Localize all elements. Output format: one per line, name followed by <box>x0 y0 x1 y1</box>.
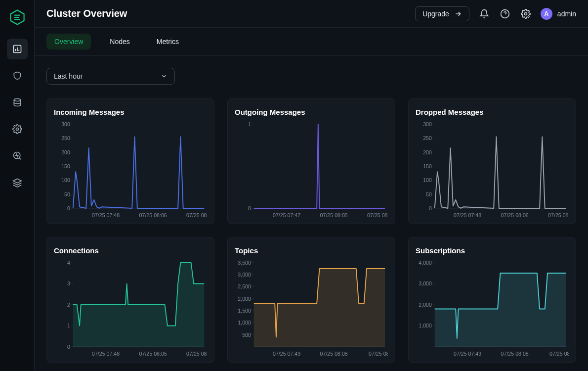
svg-text:2,000: 2,000 <box>238 296 251 302</box>
svg-text:07/25 08:06: 07/25 08:06 <box>501 212 529 218</box>
chart-incoming: 05010015020025030007/25 07:4807/25 08:06… <box>54 121 207 219</box>
svg-text:4: 4 <box>67 260 70 266</box>
arrow-right-icon <box>454 10 462 18</box>
nav-monitoring[interactable] <box>7 39 28 59</box>
page-title: Cluster Overview <box>46 8 127 19</box>
chart-topics: 5001,0001,5002,0002,5003,0003,50007/25 0… <box>235 260 388 358</box>
chart-title: Outgoing Messages <box>235 108 388 116</box>
svg-point-16 <box>524 12 527 15</box>
svg-text:100: 100 <box>423 177 432 183</box>
topbar-right: Upgrade A admin <box>415 6 576 21</box>
chart-title: Connections <box>54 246 207 255</box>
svg-text:2,000: 2,000 <box>419 302 432 308</box>
svg-text:07/25 08:2: 07/25 08:2 <box>549 351 569 357</box>
content: Last hour Incoming Messages0501001502002… <box>35 56 588 371</box>
search-pulse-icon <box>12 151 22 161</box>
upgrade-label: Upgrade <box>422 10 449 18</box>
chart-card-topics: Topics5001,0001,5002,0002,5003,0003,5000… <box>227 237 395 363</box>
svg-text:3,000: 3,000 <box>419 280 432 286</box>
shield-icon <box>12 71 22 81</box>
nav-management[interactable] <box>7 119 28 139</box>
chart-card-outgoing: Outgoing Messages0107/25 07:4707/25 08:0… <box>227 98 395 224</box>
svg-text:250: 250 <box>61 135 70 141</box>
svg-text:1: 1 <box>248 121 251 127</box>
svg-text:2,500: 2,500 <box>238 283 251 289</box>
help-button[interactable] <box>499 8 511 20</box>
svg-text:300: 300 <box>423 121 432 127</box>
chart-outgoing: 0107/25 07:4707/25 08:0507/25 08:22 <box>235 121 388 219</box>
time-range-label: Last hour <box>54 72 83 80</box>
svg-text:500: 500 <box>242 332 251 338</box>
svg-text:3,500: 3,500 <box>238 260 251 266</box>
svg-text:50: 50 <box>426 191 432 197</box>
svg-text:2: 2 <box>67 302 70 308</box>
svg-text:07/25 08:08: 07/25 08:08 <box>501 351 529 357</box>
bell-icon <box>479 9 489 19</box>
svg-text:1,500: 1,500 <box>238 308 251 314</box>
chart-subscriptions: 1,0002,0003,0004,00007/25 07:4907/25 08:… <box>416 260 569 358</box>
svg-text:0: 0 <box>429 205 432 211</box>
svg-text:0: 0 <box>67 205 70 211</box>
chart-connections: 0123407/25 07:4807/25 08:0507/25 08:22 <box>54 260 207 358</box>
svg-text:150: 150 <box>61 163 70 169</box>
svg-line-11 <box>19 158 21 160</box>
svg-text:3: 3 <box>67 280 70 286</box>
sidebar <box>0 0 35 371</box>
svg-text:3,000: 3,000 <box>238 272 251 278</box>
topbar: Cluster Overview Upgrade A admin <box>35 0 588 28</box>
chart-title: Subscriptions <box>416 246 569 255</box>
svg-text:07/25 07:47: 07/25 07:47 <box>273 212 300 218</box>
nav-extensions[interactable] <box>7 172 28 193</box>
svg-text:07/25 08:22: 07/25 08:22 <box>548 212 569 218</box>
svg-text:07/25 08:08: 07/25 08:08 <box>320 351 348 357</box>
svg-text:0: 0 <box>67 344 70 350</box>
settings-button[interactable] <box>520 8 532 20</box>
chevron-down-icon <box>161 73 168 80</box>
svg-text:200: 200 <box>423 149 432 155</box>
svg-text:1: 1 <box>67 323 70 328</box>
user-menu[interactable]: A admin <box>541 8 576 20</box>
svg-text:07/25 08:05: 07/25 08:05 <box>139 351 167 357</box>
alarm-button[interactable] <box>478 8 490 20</box>
svg-text:07/25 08:22: 07/25 08:22 <box>186 212 207 218</box>
nav-access-control[interactable] <box>7 65 28 86</box>
logo-icon <box>9 9 26 26</box>
nav-diagnose[interactable] <box>7 145 28 166</box>
svg-point-9 <box>16 128 18 131</box>
chart-title: Topics <box>235 246 388 255</box>
chart-title: Dropped Messages <box>416 108 569 116</box>
tab-overview[interactable]: Overview <box>46 34 91 49</box>
app-logo <box>7 7 28 28</box>
bar-chart-icon <box>12 44 22 54</box>
svg-text:07/25 07:48: 07/25 07:48 <box>454 212 481 218</box>
svg-text:07/25 08:06: 07/25 08:06 <box>139 212 167 218</box>
chart-grid: Incoming Messages05010015020025030007/25… <box>46 98 576 363</box>
svg-text:07/25 08:22: 07/25 08:22 <box>186 351 207 357</box>
tab-nodes[interactable]: Nodes <box>102 34 137 49</box>
gear-icon <box>12 124 22 134</box>
svg-text:200: 200 <box>61 149 70 155</box>
user-name: admin <box>557 10 576 18</box>
nav-integration[interactable] <box>7 92 28 113</box>
upgrade-button[interactable]: Upgrade <box>415 6 469 21</box>
svg-text:300: 300 <box>61 121 70 127</box>
svg-text:07/25 07:49: 07/25 07:49 <box>454 351 481 357</box>
time-range-select[interactable]: Last hour <box>46 68 175 85</box>
svg-text:07/25 08:22: 07/25 08:22 <box>367 212 388 218</box>
svg-text:50: 50 <box>64 191 70 197</box>
svg-text:1,000: 1,000 <box>238 320 251 325</box>
chart-card-incoming: Incoming Messages05010015020025030007/25… <box>46 98 214 224</box>
gear-icon <box>521 9 531 19</box>
svg-text:150: 150 <box>423 163 432 169</box>
svg-text:07/25 07:49: 07/25 07:49 <box>273 351 300 357</box>
svg-text:07/25 07:48: 07/25 07:48 <box>92 212 120 218</box>
svg-text:07/25 07:48: 07/25 07:48 <box>92 351 120 357</box>
svg-text:4,000: 4,000 <box>419 260 432 266</box>
chart-title: Incoming Messages <box>54 108 207 116</box>
chart-card-dropped: Dropped Messages05010015020025030007/25 … <box>408 98 576 224</box>
svg-text:1,000: 1,000 <box>419 323 432 328</box>
svg-text:0: 0 <box>248 205 251 211</box>
svg-text:07/25 08:2: 07/25 08:2 <box>369 351 388 357</box>
tab-metrics[interactable]: Metrics <box>149 34 187 49</box>
svg-text:100: 100 <box>61 177 70 183</box>
